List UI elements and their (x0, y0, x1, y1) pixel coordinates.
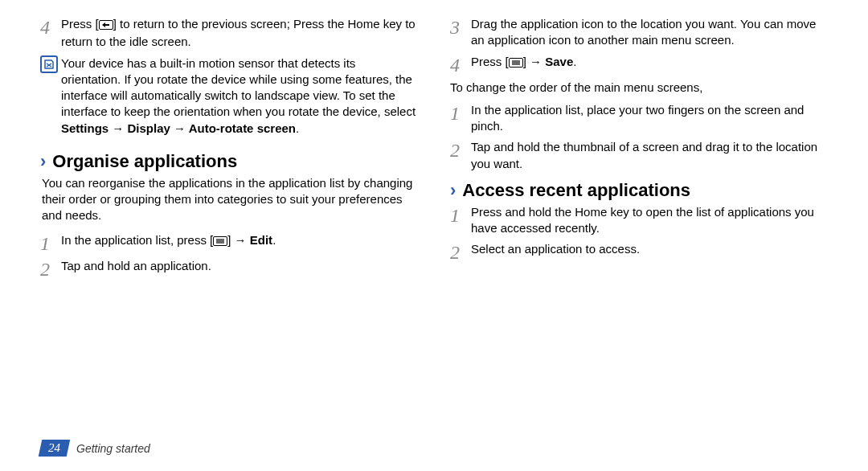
right-column: 3 Drag the application icon to the locat… (450, 16, 828, 284)
menu-key-icon (213, 234, 227, 250)
text: . (296, 121, 299, 135)
heading-text: Organise applications (52, 151, 237, 172)
footer-section: Getting started (76, 442, 150, 455)
step-number: 2 (450, 241, 471, 262)
change-step-2: 2 Tap and hold the thumbnail of a screen… (450, 139, 828, 172)
change-order-intro: To change the order of the main menu scr… (450, 80, 828, 96)
step-number: 2 (450, 139, 471, 160)
page-footer: 24 Getting started (40, 440, 150, 457)
step-number: 4 (40, 16, 61, 37)
menu-key-icon (509, 55, 523, 72)
step-body: Select an application to access. (471, 241, 828, 257)
page-number-badge: 24 (39, 440, 70, 457)
chevron-icon: › (450, 182, 456, 199)
text-bold: Edit (250, 233, 272, 247)
note-icon (40, 55, 58, 73)
step-number: 2 (40, 258, 61, 279)
step-number: 1 (450, 102, 471, 123)
step-number: 1 (40, 232, 61, 253)
right-step-3: 3 Drag the application icon to the locat… (450, 16, 828, 49)
text-bold: Save (545, 55, 573, 68)
step-body: Tap and hold an application. (61, 258, 418, 274)
left-step-4: 4 Press [] to return to the previous scr… (40, 16, 418, 51)
organise-step-1: 1 In the application list, press [] → Ed… (40, 232, 418, 253)
step-body: Press [] to return to the previous scree… (61, 16, 418, 51)
right-step-4: 4 Press [] → Save. (450, 54, 828, 75)
step-body: In the application list, place your two … (471, 102, 828, 135)
access-heading: › Access recent applications (450, 180, 828, 201)
step-body: Press and hold the Home key to open the … (471, 204, 828, 237)
step-number: 4 (450, 54, 471, 75)
text: In the application list, press [ (61, 233, 213, 247)
text: Your device has a built-in motion sensor… (61, 56, 416, 119)
left-column: 4 Press [] to return to the previous scr… (40, 16, 418, 284)
text: Press [ (471, 55, 509, 68)
text: ] → (523, 55, 546, 68)
organise-step-2: 2 Tap and hold an application. (40, 258, 418, 279)
page-number: 24 (48, 441, 60, 455)
organise-intro: You can reorganise the applications in t… (42, 175, 418, 224)
note-icon-wrap (40, 55, 61, 73)
organise-heading: › Organise applications (40, 151, 418, 172)
heading-text: Access recent applications (462, 180, 690, 201)
back-key-icon (99, 18, 113, 34)
step-number: 1 (450, 204, 471, 225)
step-body: In the application list, press [] → Edit… (61, 232, 418, 250)
page-columns: 4 Press [] to return to the previous scr… (40, 16, 828, 284)
step-body: Drag the application icon to the locatio… (471, 16, 828, 49)
text: . (272, 233, 276, 247)
step-body: Tap and hold the thumbnail of a screen a… (471, 139, 828, 172)
text-bold: Settings → Display → Auto-rotate screen (61, 121, 296, 135)
step-body: Press [] → Save. (471, 54, 828, 72)
chevron-icon: › (40, 153, 46, 170)
text: . (573, 55, 576, 68)
text: ] to return to the previous screen; Pres… (61, 17, 416, 48)
access-step-1: 1 Press and hold the Home key to open th… (450, 204, 828, 237)
text: Press [ (61, 17, 99, 31)
text: ] → (227, 233, 250, 247)
note-body: Your device has a built-in motion sensor… (61, 55, 418, 137)
step-number: 3 (450, 16, 471, 37)
access-step-2: 2 Select an application to access. (450, 241, 828, 262)
change-step-1: 1 In the application list, place your tw… (450, 102, 828, 135)
note-block: Your device has a built-in motion sensor… (40, 55, 418, 137)
